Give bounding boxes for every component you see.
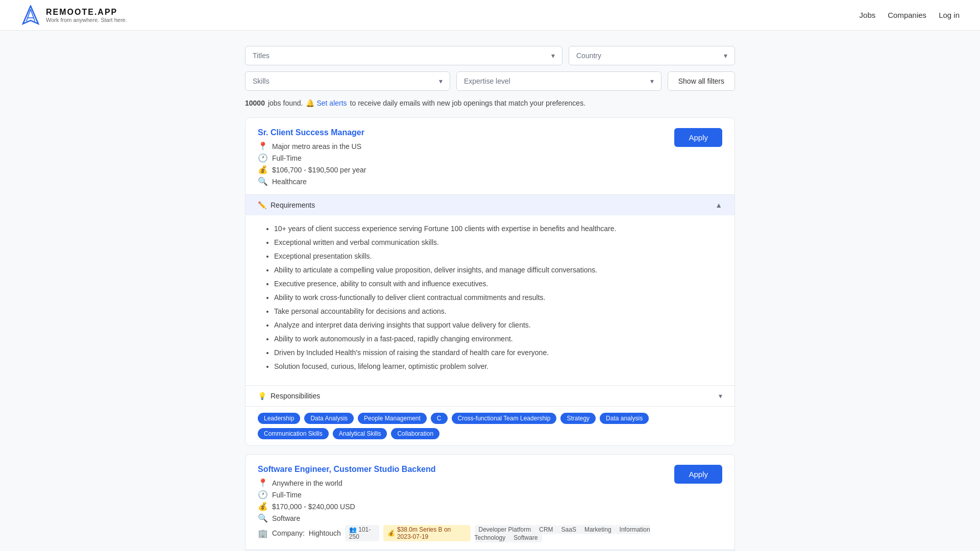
job-1-responsibilities-section: 💡 Responsibilities ▾ [246, 385, 734, 406]
expertise-filter[interactable]: Expertise level ▾ [456, 71, 662, 91]
industry-icon: 🔍 [258, 177, 268, 186]
job-1-title[interactable]: Sr. Client Success Manager [258, 128, 364, 137]
company-tag: Software [509, 533, 542, 542]
requirement-item: Exceptional written and verbal communica… [274, 237, 722, 248]
logo-name: REMOOTE.APP [46, 8, 127, 17]
money-icon: 💰 [258, 165, 268, 174]
job-1-type: 🕐 Full-Time [258, 153, 674, 163]
skill-tag[interactable]: Leadership [258, 413, 300, 424]
main-content: Titles ▾ Country ▾ Skills ▾ Expertise le… [235, 31, 745, 551]
skills-label: Skills [253, 77, 270, 85]
company-tag: SaaS [557, 525, 580, 534]
job-1-requirements-header[interactable]: ✏️ Requirements ▲ [246, 195, 734, 215]
logo-tagline: Work from anywhere. Start here. [46, 17, 127, 23]
alert-suffix-text: to receive daily emails with new job ope… [350, 99, 585, 107]
requirement-item: Ability to work autonomously in a fast-p… [274, 334, 722, 344]
skills-filter[interactable]: Skills ▾ [245, 71, 450, 91]
skill-tag[interactable]: Communication Skills [258, 428, 329, 439]
location-icon: 📍 [258, 141, 268, 151]
job-2-salary: 💰 $170,000 - $240,000 USD [258, 502, 674, 511]
company-tag: Marketing [580, 525, 616, 534]
job-card-2-header: Software Engineer, Customer Studio Backe… [246, 455, 734, 549]
job-card-1: Sr. Client Success Manager 📍 Major metro… [245, 117, 735, 446]
job-2-title[interactable]: Software Engineer, Customer Studio Backe… [258, 465, 436, 473]
logo-text: REMOOTE.APP Work from anywhere. Start he… [46, 8, 127, 23]
results-count: 10000 [245, 99, 265, 107]
pencil-icon: ✏️ [258, 201, 266, 209]
skill-tag[interactable]: C [431, 413, 448, 424]
time-icon-2: 🕐 [258, 490, 268, 499]
requirement-item: Executive presence, ability to consult w… [274, 279, 722, 289]
skill-tag[interactable]: Cross-functional Team Leadership [452, 413, 557, 424]
main-nav: Jobs Companies Log in [860, 11, 960, 19]
requirement-item: Analyze and interpret data deriving insi… [274, 320, 722, 331]
requirement-item: Ability to work cross-functionally to de… [274, 292, 722, 303]
job-card-2: Software Engineer, Customer Studio Backe… [245, 454, 735, 551]
filter-row-2: Skills ▾ Expertise level ▾ Show all filt… [245, 71, 735, 91]
company-icon: 🏢 [258, 529, 268, 538]
logo[interactable]: REMOOTE.APP Work from anywhere. Start he… [20, 5, 127, 26]
titles-label: Titles [253, 52, 270, 60]
job-2-apply-button[interactable]: Apply [674, 465, 722, 484]
job-1-responsibilities-title: 💡 Responsibilities [258, 392, 320, 400]
skill-tag[interactable]: People Management [358, 413, 427, 424]
bulb-icon: 💡 [258, 392, 266, 400]
bell-icon: 🔔 [306, 99, 314, 107]
skill-tag[interactable]: Strategy [560, 413, 596, 424]
job-2-info: Software Engineer, Customer Studio Backe… [258, 465, 674, 541]
logo-icon [20, 5, 41, 26]
funding-badge: 💰 $38.0m Series B on 2023-07-19 [383, 525, 471, 541]
skill-tag[interactable]: Data Analysis [304, 413, 354, 424]
requirements-chevron-up-icon: ▲ [715, 201, 722, 209]
filter-row-1: Titles ▾ Country ▾ [245, 46, 735, 65]
job-1-apply-button[interactable]: Apply [674, 128, 722, 147]
alert-link-text: Set alerts [316, 99, 347, 107]
nav-companies[interactable]: Companies [888, 11, 926, 19]
results-found-text: jobs found. [268, 99, 303, 107]
responsibilities-chevron-icon: ▾ [719, 392, 722, 400]
titles-chevron-icon: ▾ [551, 52, 555, 60]
requirement-item: Driven by Included Health's mission of r… [274, 347, 722, 358]
expertise-chevron-icon: ▾ [650, 77, 654, 85]
results-info: 10000 jobs found. 🔔 Set alerts to receiv… [245, 99, 735, 107]
job-1-location: 📍 Major metro areas in the US [258, 141, 674, 151]
requirement-item: Take personal accountability for decisio… [274, 306, 722, 317]
requirement-item: Ability to articulate a compelling value… [274, 265, 722, 276]
skill-tag[interactable]: Data analysis [600, 413, 649, 424]
requirement-item: 10+ years of client success experience s… [274, 223, 722, 234]
country-chevron-icon: ▾ [724, 52, 727, 60]
job-1-meta: 📍 Major metro areas in the US 🕐 Full-Tim… [258, 141, 674, 186]
industry-icon-2: 🔍 [258, 513, 268, 523]
set-alerts-link[interactable]: 🔔 Set alerts [306, 99, 347, 107]
job-1-skills-row: LeadershipData AnalysisPeople Management… [246, 406, 734, 445]
skill-tag[interactable]: Analytical Skills [333, 428, 387, 439]
job-1-salary: 💰 $106,700 - $190,500 per year [258, 165, 674, 174]
nav-login[interactable]: Log in [939, 11, 960, 19]
skills-chevron-icon: ▾ [439, 77, 443, 85]
job-1-requirements-title: ✏️ Requirements [258, 201, 315, 209]
time-icon: 🕐 [258, 153, 268, 163]
nav-jobs[interactable]: Jobs [860, 11, 876, 19]
header: REMOOTE.APP Work from anywhere. Start he… [0, 0, 980, 31]
country-label: Country [576, 52, 601, 60]
location-icon-2: 📍 [258, 478, 268, 488]
skill-tag[interactable]: Collaboration [391, 428, 439, 439]
country-filter[interactable]: Country ▾ [569, 46, 735, 65]
job-1-requirements-section: ✏️ Requirements ▲ 10+ years of client su… [246, 194, 734, 385]
job-1-industry: 🔍 Healthcare [258, 177, 674, 186]
job-1-requirements-list: 10+ years of client success experience s… [246, 215, 734, 385]
job-card-1-header: Sr. Client Success Manager 📍 Major metro… [246, 118, 734, 194]
job-2-company: 🏢 Company: Hightouch 👥 101-250 💰 $38.0m … [258, 525, 674, 541]
job-2-type: 🕐 Full-Time [258, 490, 674, 499]
requirement-item: Exceptional presentation skills. [274, 251, 722, 262]
job-1-info: Sr. Client Success Manager 📍 Major metro… [258, 128, 674, 186]
requirement-item: Solution focused, curious, lifelong lear… [274, 361, 722, 372]
job-1-responsibilities-header[interactable]: 💡 Responsibilities ▾ [246, 386, 734, 406]
show-all-filters-button[interactable]: Show all filters [668, 71, 735, 91]
job-2-industry: 🔍 Software [258, 513, 674, 523]
job-2-location: 📍 Anywhere in the world [258, 478, 674, 488]
money-icon-2: 💰 [258, 502, 268, 511]
job-2-meta: 📍 Anywhere in the world 🕐 Full-Time 💰 $1… [258, 478, 674, 541]
expertise-label: Expertise level [464, 77, 510, 85]
titles-filter[interactable]: Titles ▾ [245, 46, 562, 65]
